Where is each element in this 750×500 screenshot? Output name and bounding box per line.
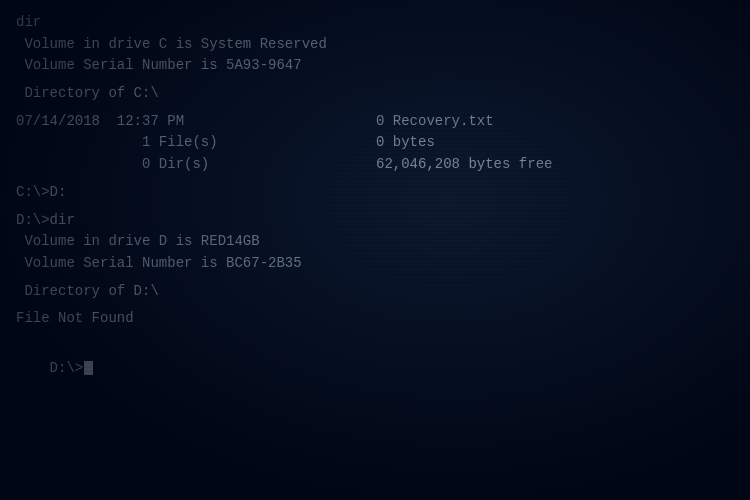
line-d-dir-cmd: D:\>dir: [16, 210, 734, 232]
prompt-text: D:\>: [50, 360, 84, 376]
line-dir-d: Directory of D:\: [16, 281, 734, 303]
line-change-d: C:\>D:: [16, 182, 734, 204]
line-recovery: 0 Recovery.txt: [376, 111, 552, 133]
line-file-count: 1 File(s): [16, 132, 356, 154]
line-vol-c-label: Volume in drive C is System Reserved: [16, 34, 734, 56]
line-dir-count: 0 Dir(s): [16, 154, 356, 176]
line-dir-top: dir: [16, 12, 734, 34]
line-dir-c: Directory of C:\: [16, 83, 734, 105]
line-vol-c-serial: Volume Serial Number is 5A93-9647: [16, 55, 734, 77]
line-bytes: 0 bytes: [376, 132, 552, 154]
line-date: 07/14/2018 12:37 PM: [16, 111, 356, 133]
line-vol-d-serial: Volume Serial Number is BC67-2B35: [16, 253, 734, 275]
line-bytes-free: 62,046,208 bytes free: [376, 154, 552, 176]
line-file-not-found: File Not Found: [16, 308, 734, 330]
left-col: 07/14/2018 12:37 PM 1 File(s) 0 Dir(s): [16, 111, 356, 176]
line-prompt: D:\>: [16, 336, 734, 401]
line-vol-d-label: Volume in drive D is RED14GB: [16, 231, 734, 253]
right-col: 0 Recovery.txt 0 bytes 62,046,208 bytes …: [376, 111, 552, 176]
file-listing-block: 07/14/2018 12:37 PM 1 File(s) 0 Dir(s) 0…: [16, 111, 734, 176]
cursor-blink: [84, 361, 93, 375]
terminal-window: dir Volume in drive C is System Reserved…: [0, 0, 750, 500]
